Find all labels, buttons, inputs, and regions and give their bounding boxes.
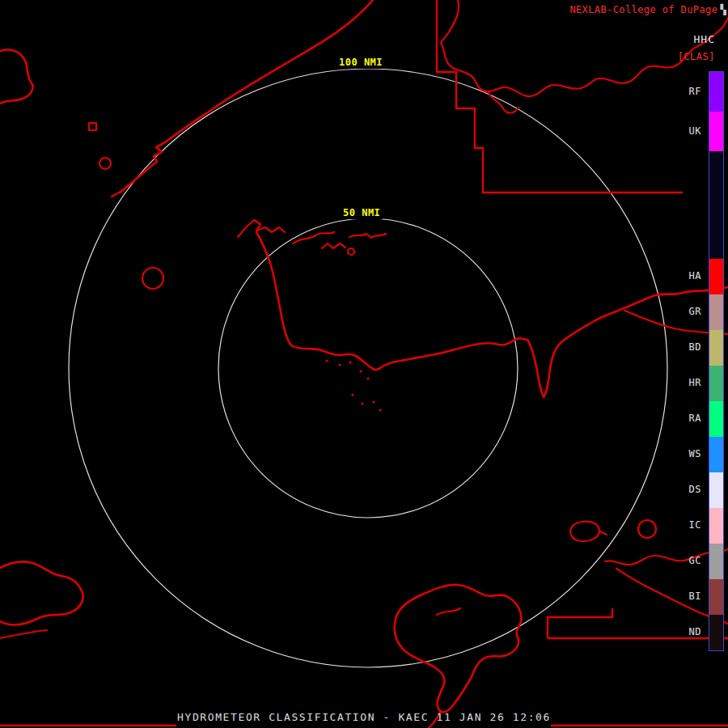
range-rings [69, 69, 667, 667]
zone-boundary-step [548, 608, 612, 638]
legend-swatch-ra [709, 401, 723, 437]
island-inner-detail [437, 608, 460, 615]
island-blob-south [395, 585, 522, 712]
legend-swatch-ha [709, 259, 723, 294]
product-caption: HYDROMETEOR CLASSIFICATION - KAEC 11 JAN… [0, 711, 728, 723]
legend-swatch-uk [709, 112, 723, 151]
range-ring-50nmi [218, 218, 518, 518]
legend-swatch-gr [709, 294, 723, 330]
lagoon-islet [348, 248, 354, 255]
lagoon-squiggle-1 [293, 232, 334, 243]
legend-label-gr: GR [689, 305, 701, 318]
island-blob-east-tail [600, 531, 607, 535]
ring-label-100nmi: 100 NMI [336, 56, 385, 69]
brand-text: NEXLAB-College of DuPage▚ [569, 4, 726, 15]
product-code: HHC [694, 33, 715, 45]
radar-map [0, 0, 728, 728]
island-blob-east [570, 522, 599, 542]
legend-swatch-rf [709, 72, 723, 112]
ring-label-50nmi: 50 NMI [341, 206, 383, 219]
coastline-north-arc [120, 0, 373, 193]
legend-label-ws: WS [689, 447, 701, 460]
legend-label-bi: BI [689, 590, 701, 603]
map-outlines [0, 0, 728, 728]
legend-swatch-bd [709, 330, 723, 366]
legend-label-bd: BD [689, 341, 701, 353]
lagoon-squiggle-3 [349, 234, 386, 238]
islet-square [89, 123, 96, 130]
radar-screen: NEXLAB-College of DuPage▚ HHC [CLAS] 100… [0, 0, 728, 728]
coastline-spur [112, 192, 121, 197]
coastline-bottom-left-2 [0, 630, 47, 638]
legend-label-hr: HR [689, 376, 701, 389]
cape-cluster [238, 220, 285, 237]
legend-swatch-gc [709, 544, 723, 579]
legend-label-nd: ND [689, 625, 701, 638]
island-circle-1 [99, 158, 111, 169]
zone-boundary-stairs-top [437, 0, 683, 193]
legend-swatch-hr [709, 366, 723, 401]
island-circle-3 [638, 520, 656, 538]
legend-label-ra: RA [689, 412, 701, 425]
legend-swatch-nd [709, 615, 723, 650]
legend-label-uk: UK [689, 125, 701, 138]
checker-icon: ▚ [720, 4, 726, 15]
legend-swatch-ic [709, 508, 723, 544]
coastline-south [256, 232, 728, 397]
coastline-bottom-left [0, 561, 83, 624]
legend-swatch-ds [709, 472, 723, 508]
legend-swatch-bi [709, 579, 723, 615]
legend-label-ds: DS [689, 483, 701, 496]
legend-label-gc: GC [689, 554, 701, 567]
legend-swatch-ws [709, 437, 723, 472]
lagoon-squiggle-2 [322, 243, 345, 248]
legend-label-rf: RF [689, 85, 701, 98]
legend-label-ha: HA [689, 269, 701, 282]
coastline-left-top [0, 49, 32, 104]
legend-colorbar [709, 71, 724, 651]
mode-label: [CLAS] [678, 51, 715, 62]
range-ring-100nmi [69, 69, 667, 667]
island-circle-2 [142, 268, 163, 289]
legend-label-ic: IC [689, 518, 701, 531]
legend-swatch-gap [709, 151, 723, 259]
brand-label: NEXLAB-College of DuPage [569, 4, 717, 15]
